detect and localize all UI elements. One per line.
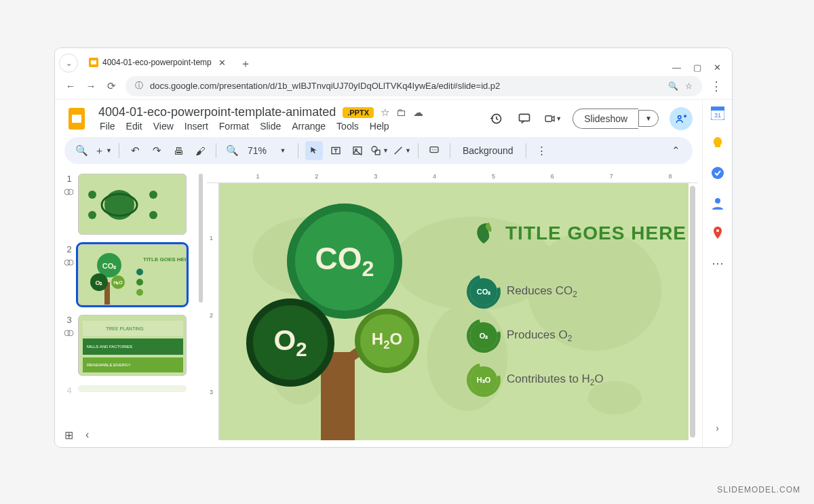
star-icon[interactable]: ☆ bbox=[381, 106, 389, 119]
menu-tools[interactable]: Tools bbox=[336, 121, 359, 132]
svg-point-7 bbox=[678, 115, 682, 119]
textbox-button[interactable] bbox=[327, 141, 345, 160]
menu-bar: File Edit View Insert Format Slide Arran… bbox=[98, 121, 423, 132]
undo-button[interactable]: ↶ bbox=[126, 141, 144, 160]
menu-format[interactable]: Format bbox=[219, 121, 249, 132]
cloud-status-icon[interactable]: ☁ bbox=[413, 106, 423, 119]
minimize-icon[interactable]: — bbox=[672, 62, 681, 73]
share-button[interactable] bbox=[670, 107, 693, 130]
maximize-icon[interactable]: ▢ bbox=[693, 62, 701, 73]
more-tools-button[interactable]: ⋮ bbox=[533, 141, 551, 160]
menu-edit[interactable]: Edit bbox=[126, 121, 142, 132]
svg-rect-9 bbox=[353, 147, 362, 155]
doc-title[interactable]: 4004-01-eco-powerpoint-template-animated bbox=[98, 105, 336, 119]
zoom-level[interactable]: 71% bbox=[245, 145, 269, 156]
contacts-icon[interactable] bbox=[711, 196, 724, 210]
forward-icon[interactable]: → bbox=[85, 80, 97, 92]
svg-text:31: 31 bbox=[714, 112, 720, 119]
prev-slide-icon[interactable]: ‹ bbox=[85, 429, 89, 442]
slide-canvas[interactable]: CO2 O2 H2O bbox=[219, 183, 689, 440]
slide-thumbnail-2[interactable]: CO₂O₂H₂OTITLE GOES HERE bbox=[78, 244, 187, 305]
comments-icon[interactable] bbox=[516, 110, 533, 128]
item-text: Reduces CO2 bbox=[507, 284, 577, 299]
chip-co2: CO₂ bbox=[470, 278, 497, 305]
select-tool-button[interactable] bbox=[305, 141, 323, 160]
filmstrip-scrollbar[interactable] bbox=[199, 174, 203, 303]
background-button[interactable]: Background bbox=[457, 145, 519, 156]
grid-view-icon[interactable]: ⊞ bbox=[64, 429, 73, 442]
svg-point-49 bbox=[427, 304, 507, 411]
close-window-icon[interactable]: ✕ bbox=[714, 62, 721, 73]
slide-thumbnail-4[interactable] bbox=[78, 385, 187, 392]
bookmark-icon[interactable]: ☆ bbox=[685, 81, 693, 91]
menu-help[interactable]: Help bbox=[370, 121, 389, 132]
version-history-icon[interactable] bbox=[487, 110, 505, 128]
reload-icon[interactable]: ⟳ bbox=[105, 80, 117, 92]
svg-point-36 bbox=[136, 289, 143, 296]
svg-point-38 bbox=[68, 330, 73, 336]
slide-thumbnail-3[interactable]: TREE PLANTINGMILLS AND FACTORIESRENEWABL… bbox=[78, 315, 187, 376]
addons-icon[interactable]: ⋯ bbox=[712, 256, 724, 271]
slideshow-button-group: Slideshow ▼ bbox=[573, 109, 659, 129]
print-button[interactable]: 🖶 bbox=[170, 141, 187, 160]
svg-point-57 bbox=[716, 229, 719, 232]
item-text: Produces O2 bbox=[507, 328, 572, 343]
hide-menus-button[interactable]: ⌃ bbox=[667, 141, 684, 160]
slideshow-dropdown[interactable]: ▼ bbox=[638, 110, 659, 127]
maps-icon[interactable] bbox=[711, 226, 724, 239]
svg-point-11 bbox=[372, 147, 377, 152]
paint-format-button[interactable]: 🖌 bbox=[191, 141, 209, 160]
slideshow-button[interactable]: Slideshow bbox=[573, 109, 638, 129]
svg-text:RENEWABLE ENERGY: RENEWABLE ENERGY bbox=[87, 363, 130, 367]
hide-side-panel-icon[interactable]: › bbox=[716, 423, 719, 440]
tasks-icon[interactable] bbox=[711, 166, 724, 180]
svg-rect-6 bbox=[545, 115, 551, 121]
menu-file[interactable]: File bbox=[100, 121, 115, 132]
tab-close-icon[interactable]: ✕ bbox=[218, 58, 226, 68]
watermark: SLIDEMODEL.COM bbox=[717, 485, 800, 495]
svg-rect-3 bbox=[72, 115, 81, 123]
svg-point-24 bbox=[68, 260, 73, 265]
shape-button[interactable]: ▼ bbox=[370, 141, 389, 160]
svg-text:MILLS AND FACTORIES: MILLS AND FACTORIES bbox=[87, 345, 132, 349]
zoom-dropdown[interactable]: ▼ bbox=[273, 141, 291, 160]
move-icon[interactable]: 🗀 bbox=[396, 106, 406, 118]
browser-window: ⌄ 4004-01-eco-powerpoint-temp ✕ ＋ — ▢ ✕ … bbox=[54, 47, 733, 448]
item-text: Contributes to H2O bbox=[507, 372, 604, 387]
calendar-icon[interactable]: 31 bbox=[711, 106, 724, 120]
zoom-tool-button[interactable]: 🔍 bbox=[223, 141, 241, 160]
svg-rect-1 bbox=[91, 60, 96, 64]
svg-point-22 bbox=[88, 211, 96, 219]
chip-h2o: H₂O bbox=[470, 366, 497, 393]
browser-tabstrip: ⌄ 4004-01-eco-powerpoint-temp ✕ ＋ — ▢ ✕ bbox=[55, 48, 732, 73]
url-input[interactable]: ⓘ docs.google.com/presentation/d/1b_wIBJ… bbox=[125, 76, 702, 96]
image-button[interactable] bbox=[349, 141, 366, 160]
tab-search-button[interactable]: ⌄ bbox=[59, 54, 78, 73]
browser-tab[interactable]: 4004-01-eco-powerpoint-temp ✕ bbox=[82, 52, 233, 73]
bubble-h2o: H2O bbox=[355, 309, 419, 373]
new-slide-button[interactable]: ＋▼ bbox=[94, 141, 112, 160]
url-text: docs.google.com/presentation/d/1b_wIBJTn… bbox=[150, 81, 500, 91]
redo-button[interactable]: ↷ bbox=[148, 141, 166, 160]
slide-content: CO2 O2 H2O bbox=[219, 183, 689, 440]
back-icon[interactable]: ← bbox=[64, 80, 77, 92]
slides-logo-icon bbox=[64, 106, 89, 131]
menu-view[interactable]: View bbox=[153, 121, 174, 132]
menu-insert[interactable]: Insert bbox=[185, 121, 208, 132]
svg-text:O₂: O₂ bbox=[95, 279, 102, 286]
menu-slide[interactable]: Slide bbox=[260, 121, 281, 132]
menu-arrange[interactable]: Arrange bbox=[292, 121, 326, 132]
zoom-indicator-icon[interactable]: 🔍 bbox=[668, 81, 678, 91]
keep-icon[interactable] bbox=[711, 136, 724, 150]
line-button[interactable]: ▼ bbox=[393, 141, 411, 160]
slide-thumbnail-1[interactable] bbox=[78, 174, 187, 235]
svg-rect-12 bbox=[375, 150, 380, 155]
comment-button[interactable] bbox=[425, 141, 443, 160]
filmstrip-footer: ⊞ ‹ bbox=[64, 429, 89, 442]
site-info-icon[interactable]: ⓘ bbox=[135, 80, 143, 92]
meet-icon[interactable]: ▼ bbox=[544, 110, 562, 128]
canvas-scrollbar[interactable] bbox=[690, 186, 695, 438]
search-menus-button[interactable]: 🔍 bbox=[73, 141, 90, 160]
new-tab-button[interactable]: ＋ bbox=[237, 55, 254, 73]
browser-menu-icon[interactable]: ⋮ bbox=[710, 79, 722, 94]
